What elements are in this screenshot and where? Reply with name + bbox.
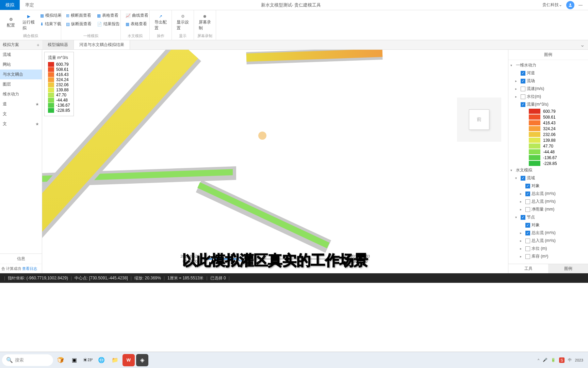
task-view-icon[interactable]: ▣: [68, 354, 80, 366]
checkbox-icon[interactable]: [521, 87, 525, 91]
tree-node[interactable]: ▸总入流 (m³/s): [510, 237, 586, 245]
left-tree-item[interactable]: 图层: [0, 79, 42, 89]
tree-node-hydrodynamic[interactable]: ▾ 一维水动力: [510, 61, 586, 69]
curve-view-button[interactable]: 📈曲线查看: [124, 12, 150, 19]
view-log-link[interactable]: 查看日志: [22, 266, 37, 271]
left-tree-item[interactable]: 维水动力: [0, 89, 42, 99]
taskbar-app-icon[interactable]: 🍞: [54, 354, 67, 366]
navigation-cube[interactable]: 前: [457, 97, 501, 142]
tree-node-basin[interactable]: ▾ ✓ 流域: [510, 174, 586, 182]
title-tab-calibrate[interactable]: 率定: [20, 0, 39, 10]
avatar-icon[interactable]: [566, 1, 574, 9]
title-right: 贵仁科技⌄ —: [542, 1, 588, 9]
tree-node[interactable]: ✓河道: [510, 69, 586, 77]
left-tree-item[interactable]: 流域: [0, 50, 42, 60]
caret-right-icon: ▸: [520, 208, 524, 211]
sim-result-button[interactable]: ▦模拟结果: [38, 12, 64, 19]
tree-node[interactable]: ✓对象: [510, 221, 586, 229]
ribbon-group-label: 一维模拟: [64, 33, 118, 39]
table-view2-button[interactable]: ▦表格查看: [124, 20, 150, 28]
legend-panel-body: ▾ 一维水动力 ✓河道▸✓流场▸流速(m/s)▸水位(m)✓流量(m^3/s) …: [508, 60, 588, 264]
legend-swatch: [529, 138, 540, 143]
tab-tools[interactable]: 工具: [508, 264, 548, 273]
weather-icon[interactable]: ☀ 23°: [82, 354, 94, 366]
checkbox-icon[interactable]: ✓: [521, 71, 525, 76]
left-tree-item[interactable]: 网站: [0, 60, 42, 70]
ribbon-toolbar: ⚙ 配置 ▶ 运行模拟 ▦模拟结果 ⬇结果下载 耦合模拟 ⊞横断面查看 ▤纵断面…: [0, 10, 588, 40]
checkbox-icon[interactable]: ✓: [521, 176, 525, 181]
tree-node[interactable]: ▸流速(m/s): [510, 85, 586, 93]
tab-coupling-result[interactable]: 河道与水文耦合模拟结果: [74, 40, 130, 49]
legend-swatch: [48, 98, 54, 103]
minimize-icon[interactable]: —: [578, 3, 583, 7]
tab-close-button[interactable]: ⌄: [577, 42, 588, 48]
ribbon-group-label: 操作: [152, 33, 169, 39]
tree-node[interactable]: ▸净雨量 (mm): [510, 205, 586, 213]
tray-battery-icon[interactable]: 🔋: [551, 358, 556, 362]
legend-value: -44.48: [56, 98, 68, 103]
tab-model-editor[interactable]: 模型编辑器: [42, 40, 74, 49]
left-tree-item[interactable]: 与水文耦合: [0, 70, 42, 79]
checkbox-icon[interactable]: [525, 254, 530, 259]
display-settings-button[interactable]: ⚙ 显示设置: [175, 12, 191, 33]
app-icon[interactable]: ◈: [136, 354, 148, 366]
tray-ime-icon[interactable]: S: [559, 357, 564, 363]
tree-node[interactable]: ▸水位 (m): [510, 245, 586, 252]
legend-swatch-row: 416.43: [510, 120, 586, 126]
status-selection: 已选择 0: [210, 275, 226, 281]
tree-label: 对象: [532, 183, 540, 189]
tab-legend[interactable]: 图例: [548, 264, 588, 273]
tray-up-icon[interactable]: ^: [538, 358, 539, 362]
checkbox-icon[interactable]: ✓: [525, 231, 530, 235]
legend-value: 324.24: [543, 126, 556, 131]
explorer-icon[interactable]: 📁: [109, 354, 121, 366]
tray-mic-icon[interactable]: 🎤: [543, 358, 548, 362]
tree-node[interactable]: ▸库容 (m³): [510, 252, 586, 260]
cube-face[interactable]: 前: [469, 109, 489, 130]
tree-node[interactable]: ▸总入流 (m³/s): [510, 198, 586, 205]
add-scheme-button[interactable]: +: [37, 42, 39, 48]
company-label[interactable]: 贵仁科技⌄: [542, 2, 562, 8]
tree-node[interactable]: ✓对象: [510, 182, 586, 190]
left-tree-item[interactable]: 文★: [0, 119, 42, 129]
table-view-button[interactable]: ▦表格查看: [95, 12, 122, 19]
screen-record-button[interactable]: ⏺ 屏幕录制: [197, 12, 213, 33]
long-section-button[interactable]: ▤纵断面查看: [64, 20, 94, 28]
checkbox-icon[interactable]: [525, 207, 530, 212]
tree-node-hydrology[interactable]: ▾ 水文模拟: [510, 166, 586, 174]
config-button[interactable]: ⚙ 配置: [3, 12, 19, 33]
tree-node[interactable]: ▸✓总出流 (m³/s): [510, 229, 586, 237]
checkbox-icon[interactable]: [525, 199, 530, 204]
tree-node[interactable]: ▸✓总出流 (m³/s): [510, 190, 586, 198]
export-config-button[interactable]: ↗ 导出配置: [152, 12, 169, 33]
checkbox-icon[interactable]: ✓: [521, 215, 525, 220]
checkbox-icon[interactable]: ✓: [521, 79, 525, 83]
wps-icon[interactable]: W: [122, 354, 135, 366]
tree-node-node[interactable]: ▾ ✓ 节点: [510, 213, 586, 221]
checkbox-icon[interactable]: [525, 246, 530, 251]
tree-node[interactable]: ▸✓流场: [510, 77, 586, 85]
checkbox-icon[interactable]: [525, 239, 530, 243]
checkbox-icon[interactable]: ✓: [525, 184, 530, 188]
edge-icon[interactable]: 🌐: [95, 354, 108, 366]
checkbox-icon[interactable]: ✓: [521, 102, 525, 107]
system-tray[interactable]: ^ 🎤 🔋 S 中 2023: [538, 357, 586, 363]
result-report-button[interactable]: 📄结果报告: [95, 20, 122, 28]
result-download-button[interactable]: ⬇结果下载: [38, 20, 64, 28]
tray-lang-icon[interactable]: 中: [568, 357, 572, 363]
taskbar-search[interactable]: 🔍 搜索: [2, 354, 53, 366]
cross-section-button[interactable]: ⊞横断面查看: [64, 12, 94, 19]
tree-node[interactable]: ▸水位(m): [510, 93, 586, 101]
title-tab-simulate[interactable]: 模拟: [0, 0, 20, 10]
checkbox-icon[interactable]: ✓: [525, 191, 530, 196]
run-simulation-button[interactable]: ▶ 运行模拟: [20, 12, 37, 33]
checkbox-icon[interactable]: [521, 94, 525, 99]
viewport-3d[interactable]: 流量 m^3/s 600.79508.61416.43324.24232.061…: [42, 50, 508, 273]
tree-node[interactable]: ✓流量(m^3/s): [510, 101, 586, 108]
checkbox-icon[interactable]: ✓: [525, 223, 530, 228]
left-tree-item[interactable]: 道★: [0, 99, 42, 109]
status-scale: 1厘米 = 185.5513米: [167, 275, 203, 281]
left-tree-item[interactable]: 文: [0, 109, 42, 119]
legend-swatch: [48, 88, 54, 92]
legend-value: -228.85: [56, 108, 70, 113]
